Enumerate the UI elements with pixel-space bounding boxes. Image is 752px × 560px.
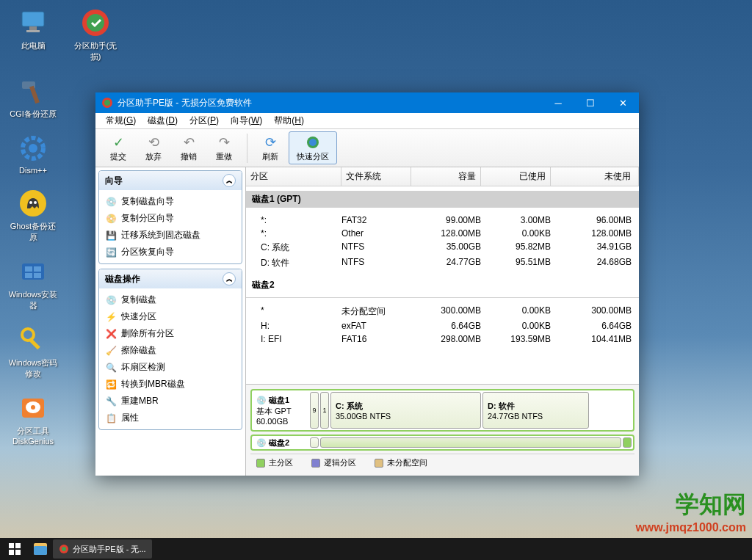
table-row[interactable]: I: EFIFAT16298.00MB193.59MB104.41MB	[246, 332, 639, 346]
menu-wizard[interactable]: 向导(W)	[225, 114, 268, 127]
partition-box-d[interactable]: D: 软件24.77GB NTFS	[482, 392, 589, 429]
tool-refresh[interactable]: ⟳刷新	[253, 131, 287, 164]
sidebar-item-copy-disk[interactable]: 💿复制磁盘	[104, 291, 237, 308]
panel-disk-ops: 磁盘操作︽ 💿复制磁盘 ⚡快速分区 ❌删除所有分区 🧹擦除磁盘 🔍坏扇区检测 🔁…	[98, 269, 242, 430]
svg-point-11	[34, 201, 37, 204]
undo-icon: ↶	[180, 134, 198, 151]
svg-point-10	[29, 201, 32, 204]
ghost-icon	[18, 188, 48, 219]
sidebar-item-properties[interactable]: 📋属性	[104, 410, 237, 426]
sidebar-item-copy-partition-wizard[interactable]: 📀复制分区向导	[104, 210, 237, 227]
legend-primary: 主分区	[256, 457, 293, 468]
col-partition[interactable]: 分区	[246, 167, 341, 186]
menu-help[interactable]: 帮助(H)	[268, 114, 310, 127]
table-row[interactable]: *:Other128.00MB0.00KB128.00MB	[246, 227, 639, 240]
check-icon: ✓	[109, 134, 127, 151]
menu-partition[interactable]: 分区(P)	[184, 114, 225, 127]
desktop-icon-win-install[interactable]: Windows安装器	[7, 256, 59, 311]
table-row[interactable]: D: 软件NTFS24.77GB95.51MB24.68GB	[246, 255, 639, 271]
svg-rect-15	[25, 273, 32, 278]
computer-icon	[18, 7, 48, 38]
svg-rect-16	[34, 273, 41, 278]
desktop-icon-partition-assist[interactable]: 分区助手(无损)	[70, 7, 121, 62]
sidebar-item-migrate-ssd[interactable]: 💾迁移系统到固态磁盘	[104, 227, 237, 244]
sidebar-item-delete-all[interactable]: ❌删除所有分区	[104, 325, 237, 342]
table-header: 分区 文件系统 容量 已使用 未使用	[246, 167, 639, 186]
svg-rect-6	[29, 86, 40, 104]
svg-rect-13	[25, 266, 32, 272]
disk2-label: 💿 磁盘2	[253, 437, 308, 448]
tool-redo[interactable]: ↷重做	[207, 131, 241, 164]
table-row[interactable]: C: 系统NTFS35.00GB95.82MB34.91GB	[246, 240, 639, 255]
tool-quick-partition[interactable]: 快速分区	[289, 131, 337, 164]
close-button[interactable]: ✕	[607, 92, 639, 113]
chevron-up-icon: ︽	[223, 272, 236, 286]
svg-point-33	[62, 547, 66, 551]
sidebar-item-recover-wizard[interactable]: 🔄分区恢复向导	[104, 244, 237, 261]
table-row[interactable]: *:FAT3299.00MB3.00MB96.00MB	[246, 214, 639, 227]
legend-unallocated: 未分配空间	[375, 457, 427, 468]
table-row[interactable]: *未分配空间300.00MB0.00KB300.00MB	[246, 304, 639, 319]
desktop-icon-password[interactable]: Windows密码修改	[7, 324, 59, 379]
menu-general[interactable]: 常规(G)	[100, 114, 142, 127]
separator	[247, 134, 247, 163]
convert-icon: 🔁	[105, 379, 117, 390]
col-used[interactable]: 已使用	[481, 167, 551, 186]
panel-disk-ops-header[interactable]: 磁盘操作︽	[99, 269, 242, 288]
partition-box[interactable]	[320, 437, 621, 448]
col-capacity[interactable]: 容量	[411, 167, 481, 186]
maximize-button[interactable]: ☐	[574, 92, 607, 113]
redo-icon: ↷	[215, 134, 233, 151]
window-title: 分区助手PE版 - 无损分区免费软件	[118, 97, 252, 109]
tool-commit[interactable]: ✓提交	[101, 131, 135, 164]
disk2-visual[interactable]: 💿 磁盘2	[250, 434, 634, 451]
partition-box[interactable]: 1	[320, 392, 329, 429]
svg-rect-29	[15, 550, 21, 555]
disk1-header[interactable]: 磁盘1 (GPT)	[246, 191, 639, 208]
menu-disk[interactable]: 磁盘(D)	[142, 114, 184, 127]
partition-assist-icon	[80, 7, 111, 38]
partition-box[interactable]	[623, 437, 632, 448]
sidebar-item-bad-sector[interactable]: 🔍坏扇区检测	[104, 359, 237, 376]
disk-visual: 💿 磁盘1 基本 GPT 60.00GB 9 1 C: 系统35.00GB NT…	[246, 384, 639, 476]
taskbar-explorer-icon[interactable]	[29, 543, 51, 555]
minimize-button[interactable]: ─	[542, 92, 574, 113]
svg-rect-14	[34, 266, 41, 272]
wipe-icon: 🧹	[105, 345, 117, 357]
sidebar-item-quick-partition[interactable]: ⚡快速分区	[104, 308, 237, 325]
table-row[interactable]: H:exFAT6.64GB0.00KB6.64GB	[246, 319, 639, 332]
titlebar[interactable]: 分区助手PE版 - 无损分区免费软件 ─ ☐ ✕	[95, 92, 639, 113]
quick-icon: ⚡	[105, 311, 117, 323]
partition-box[interactable]: 9	[310, 392, 319, 429]
panel-wizard: 向导︽ 💿复制磁盘向导 📀复制分区向导 💾迁移系统到固态磁盘 🔄分区恢复向导	[98, 170, 242, 264]
diskgenius-icon	[18, 393, 48, 423]
desktop-icon-dism[interactable]: Dism++	[7, 133, 59, 175]
partition-table: 磁盘1 (GPT) *:FAT3299.00MB3.00MB96.00MB *:…	[246, 186, 639, 384]
partition-box[interactable]	[310, 437, 319, 448]
partition-box-c[interactable]: C: 系统35.00GB NTFS	[330, 392, 481, 429]
tool-discard[interactable]: ⟲放弃	[137, 131, 170, 164]
scan-icon: 🔍	[105, 362, 117, 374]
sidebar-item-rebuild-mbr[interactable]: 🔧重建MBR	[104, 393, 237, 410]
svg-rect-27	[15, 543, 21, 548]
tool-undo[interactable]: ↶撤销	[172, 131, 206, 164]
panel-wizard-header[interactable]: 向导︽	[99, 171, 242, 190]
sidebar-item-copy-disk-wizard[interactable]: 💿复制磁盘向导	[104, 193, 237, 210]
disk1-visual[interactable]: 💿 磁盘1 基本 GPT 60.00GB 9 1 C: 系统35.00GB NT…	[250, 389, 634, 432]
col-fs[interactable]: 文件系统	[341, 167, 411, 186]
sidebar-item-convert-mbr[interactable]: 🔁转换到MBR磁盘	[104, 376, 237, 393]
gear-icon	[18, 133, 48, 164]
copy-icon: 💿	[105, 294, 117, 306]
desktop-icon-cgi[interactable]: CGI备份还原	[7, 76, 59, 120]
desktop-icon-ghost[interactable]: Ghost备份还原	[7, 188, 59, 243]
sidebar-item-wipe[interactable]: 🧹擦除磁盘	[104, 342, 237, 359]
rebuild-icon: 🔧	[105, 396, 117, 407]
svg-rect-0	[22, 12, 44, 26]
start-button[interactable]	[0, 538, 29, 560]
desktop-icon-this-pc[interactable]: 此电脑	[7, 7, 59, 62]
col-free[interactable]: 未使用	[551, 167, 639, 186]
desktop-icon-diskgenius[interactable]: 分区工具DiskGenius	[7, 393, 59, 446]
taskbar-app[interactable]: 分区助手PE版 - 无...	[53, 539, 152, 559]
disk2-header[interactable]: 磁盘2	[246, 277, 639, 294]
ssd-icon: 💾	[105, 230, 117, 241]
